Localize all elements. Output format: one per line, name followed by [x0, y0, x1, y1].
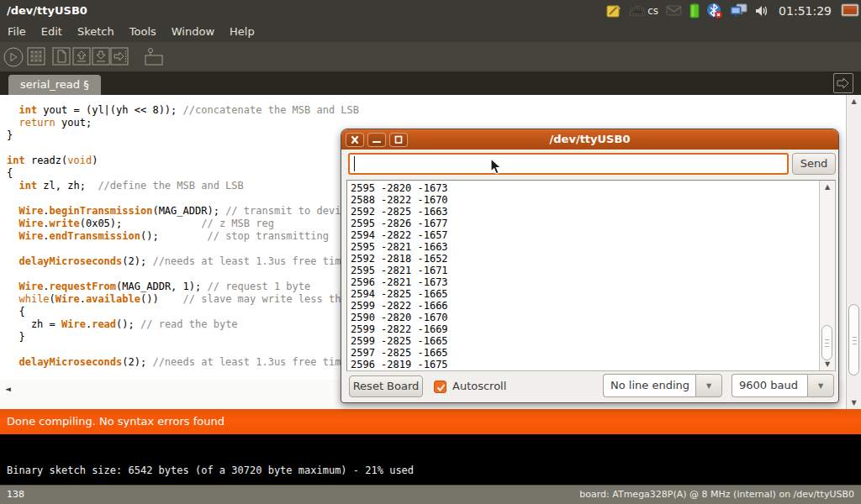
tab-serial-read[interactable]: serial_read §: [8, 75, 101, 95]
code-line: zh = Wire.read(); // read the byte: [7, 318, 359, 331]
text-caret: [354, 156, 355, 171]
serial-data-line: 2597 -2825 -1665: [351, 347, 448, 359]
line-ending-select[interactable]: No line ending: [603, 374, 695, 397]
top-panel: /dev/ttyUSB0 cs 01:5: [0, 0, 861, 21]
menu-edit[interactable]: Edit: [34, 21, 70, 42]
code-line: int yout = (yl|(yh << 8)); //concatenate…: [7, 104, 359, 117]
battery-icon[interactable]: [689, 3, 700, 18]
code-line: {: [7, 306, 359, 318]
volume-icon[interactable]: [755, 4, 769, 18]
code-line: [7, 268, 359, 281]
serial-data-line: 2599 -2822 -1666: [351, 300, 448, 312]
editor-vertical-scrollbar[interactable]: ▲ ▼: [846, 95, 861, 409]
board-info: board: ATmega328P(A) @ 8 MHz (internal) …: [579, 486, 854, 504]
serial-data-line: 2594 -2822 -1657: [351, 229, 448, 241]
toolbar: [0, 42, 861, 71]
serial-window-titlebar[interactable]: /dev/ttyUSB0: [341, 129, 838, 150]
code-line: delayMicroseconds(2); //needs at least 1…: [7, 356, 359, 369]
scroll-left-arrow-icon[interactable]: ◄: [5, 385, 11, 393]
code-area: int yout = (yl|(yh << 8)); //concatenate…: [7, 104, 359, 369]
code-line: Wire.endTransmission(); // stop transmit…: [7, 230, 359, 243]
serial-data-line: 2596 -2819 -1675: [351, 359, 448, 370]
menu-bar: FileEditSketchToolsWindowHelp: [0, 21, 861, 42]
code-line: delayMicroseconds(2); //needs at least 1…: [7, 255, 359, 268]
serial-data-line: 2595 -2821 -1663: [351, 241, 448, 253]
scroll-up-arrow-icon[interactable]: ▲: [847, 97, 861, 105]
baud-rate-select[interactable]: 9600 baud: [732, 374, 807, 397]
menu-sketch[interactable]: Sketch: [70, 21, 122, 42]
serial-monitor-button[interactable]: [144, 47, 162, 66]
code-line: int readz(void): [7, 155, 359, 167]
serial-scrollbar[interactable]: ▲ ▼: [819, 181, 835, 370]
serial-data-line: 2599 -2822 -1669: [351, 323, 448, 335]
session-icon[interactable]: [841, 3, 859, 18]
menu-tools[interactable]: Tools: [122, 21, 164, 42]
serial-data-line: 2590 -2820 -1670: [351, 312, 448, 323]
note-icon[interactable]: [606, 3, 621, 18]
editor-scrollbar-thumb[interactable]: [848, 304, 859, 375]
serial-data-line: 2588 -2822 -1670: [351, 194, 448, 206]
send-button[interactable]: Send: [792, 153, 836, 175]
serial-input-field[interactable]: [348, 153, 789, 175]
serial-data-line: 2599 -2825 -1665: [351, 335, 448, 347]
code-line: return yout;: [7, 117, 359, 129]
serial-data-line: 2595 -2820 -1673: [351, 182, 448, 194]
reset-board-button[interactable]: Reset Board: [349, 375, 423, 397]
line-ending-dropdown-icon[interactable]: ▼: [695, 374, 722, 397]
keyboard-icon[interactable]: cs: [629, 5, 658, 17]
serial-scrollbar-thumb[interactable]: [821, 325, 832, 360]
code-line: }: [7, 331, 359, 344]
bluetooth-icon[interactable]: [707, 3, 722, 18]
serial-data-line: 2592 -2818 -1652: [351, 253, 448, 265]
serial-data-line: 2594 -2825 -1665: [351, 288, 448, 300]
scroll-down-arrow-icon[interactable]: ▼: [820, 360, 835, 368]
code-line: [7, 192, 359, 205]
scroll-up-arrow-icon[interactable]: ▲: [820, 183, 835, 191]
serial-data-line: 2595 -2821 -1671: [351, 265, 448, 276]
menu-window[interactable]: Window: [164, 21, 222, 42]
autoscroll-label[interactable]: Autoscroll: [452, 375, 506, 397]
serial-output: 2595 -2820 -16732588 -2822 -16702592 -28…: [351, 182, 448, 370]
scroll-down-arrow-icon[interactable]: ▼: [847, 399, 861, 407]
network-icon[interactable]: [730, 3, 747, 18]
serial-window-title: /dev/ttyUSB0: [341, 129, 838, 150]
code-line: Wire.write(0x05); // z MSB reg: [7, 218, 359, 230]
autoscroll-checkbox[interactable]: [434, 381, 446, 393]
tab-menu-button[interactable]: [833, 73, 853, 93]
code-line: Wire.requestFrom(MAG_ADDR, 1); // reques…: [7, 281, 359, 293]
compile-status-bar: Done compiling. No syntax errors found: [0, 409, 861, 434]
mouse-cursor: [490, 158, 504, 180]
clock[interactable]: 01:51:29: [777, 4, 833, 18]
code-line: while(Wire.available()) // slave may wri…: [7, 293, 359, 306]
code-line: }: [7, 129, 359, 142]
new-sketch-button[interactable]: [52, 47, 71, 66]
tab-bar: serial_read §: [0, 71, 861, 95]
mail-icon[interactable]: [666, 5, 682, 16]
system-tray: cs 01:51:29: [606, 0, 859, 21]
screen: /dev/ttyUSB0 cs 01:5: [0, 0, 861, 504]
stop-button[interactable]: [27, 47, 45, 66]
save-button[interactable]: [92, 47, 110, 66]
code-line: [7, 142, 359, 155]
code-line: Wire.beginTransmission(MAG_ADDR); // tra…: [7, 205, 359, 218]
ide-statusbar: 138 board: ATmega328P(A) @ 8 MHz (intern…: [0, 485, 861, 504]
open-button[interactable]: [72, 47, 91, 66]
serial-data-line: 2596 -2821 -1673: [351, 276, 448, 288]
console-output: Binary sketch size: 6542 bytes (of a 307…: [0, 434, 861, 485]
window-title: /dev/ttyUSB0: [7, 0, 87, 21]
keyboard-layout-label: cs: [647, 5, 658, 17]
menu-help[interactable]: Help: [222, 21, 262, 42]
serial-output-area[interactable]: 2595 -2820 -16732588 -2822 -16702592 -28…: [346, 180, 836, 371]
verify-button[interactable]: [3, 47, 22, 66]
upload-button[interactable]: [110, 47, 129, 66]
code-line: [7, 344, 359, 356]
line-number-indicator: 138: [7, 486, 24, 504]
code-line: {: [7, 167, 359, 180]
baud-rate-dropdown-icon[interactable]: ▼: [807, 374, 834, 397]
serial-data-line: 2592 -2825 -1663: [351, 206, 448, 218]
code-line: int zl, zh; //define the MSB and LSB: [7, 180, 359, 192]
code-line: [7, 243, 359, 255]
menu-file[interactable]: File: [0, 21, 34, 42]
serial-data-line: 2595 -2826 -1677: [351, 218, 448, 229]
serial-monitor-window: /dev/ttyUSB0 Send 2595 -2820 -16732588 -…: [341, 129, 839, 403]
